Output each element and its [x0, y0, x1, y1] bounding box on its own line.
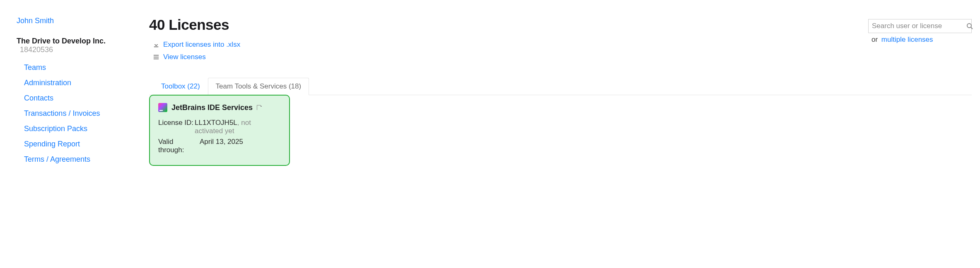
- license-id-label: License ID:: [158, 119, 195, 135]
- sidebar-item-administration[interactable]: Administration: [24, 75, 137, 91]
- search-or-row: or multiple licenses: [868, 36, 972, 44]
- sidebar-item-subscription-packs[interactable]: Subscription Packs: [24, 121, 137, 136]
- svg-rect-3: [154, 59, 159, 60]
- product-icon: [158, 103, 167, 112]
- sidebar: John Smith The Drive to Develop Inc. 184…: [0, 17, 145, 167]
- svg-rect-2: [154, 57, 159, 57]
- user-link[interactable]: John Smith: [17, 17, 54, 25]
- multiple-licenses-link[interactable]: multiple licenses: [881, 36, 933, 43]
- license-product-name: JetBrains IDE Services: [171, 103, 253, 112]
- svg-rect-0: [154, 46, 159, 47]
- sidebar-nav: Teams Administration Contacts Transactio…: [17, 60, 137, 167]
- list-icon: [152, 54, 160, 60]
- search-icon[interactable]: [963, 23, 976, 29]
- sidebar-item-teams[interactable]: Teams: [24, 60, 137, 75]
- page-title: 40 Licenses: [149, 17, 868, 33]
- license-id-value: LL1XTOJH5L: [195, 119, 237, 127]
- search-wrap: [868, 19, 972, 33]
- view-action[interactable]: View licenses: [149, 53, 868, 61]
- tab-toolbox[interactable]: Toolbox (22): [153, 78, 208, 95]
- svg-rect-1: [154, 55, 159, 56]
- org-name: The Drive to Develop Inc.: [17, 37, 106, 45]
- notes-icon[interactable]: [256, 104, 263, 111]
- sidebar-item-spending-report[interactable]: Spending Report: [24, 136, 137, 152]
- svg-point-4: [967, 24, 971, 28]
- view-link-label: View licenses: [163, 53, 206, 61]
- org-row: The Drive to Develop Inc. 18420536: [17, 37, 137, 54]
- tabs-bar: Toolbox (22) Team Tools & Services (18): [149, 78, 972, 95]
- license-card: JetBrains IDE Services License ID: LL1XT…: [149, 95, 290, 166]
- tab-team-tools-services[interactable]: Team Tools & Services (18): [208, 78, 309, 95]
- valid-through-value: April 13, 2025: [200, 138, 243, 154]
- download-icon: [152, 42, 160, 48]
- main: 40 Licenses Export licenses into .xlsx V…: [145, 17, 980, 167]
- or-word: or: [871, 36, 878, 43]
- export-action[interactable]: Export licenses into .xlsx: [149, 41, 868, 49]
- sidebar-item-contacts[interactable]: Contacts: [24, 91, 137, 106]
- sidebar-item-transactions-invoices[interactable]: Transactions / Invoices: [24, 106, 137, 121]
- valid-through-label: Valid through:: [158, 138, 200, 154]
- org-id: 18420536: [20, 45, 53, 54]
- export-link-label: Export licenses into .xlsx: [163, 41, 240, 49]
- svg-line-5: [971, 27, 973, 29]
- search-input[interactable]: [869, 20, 963, 32]
- sidebar-item-terms-agreements[interactable]: Terms / Agreements: [24, 152, 137, 167]
